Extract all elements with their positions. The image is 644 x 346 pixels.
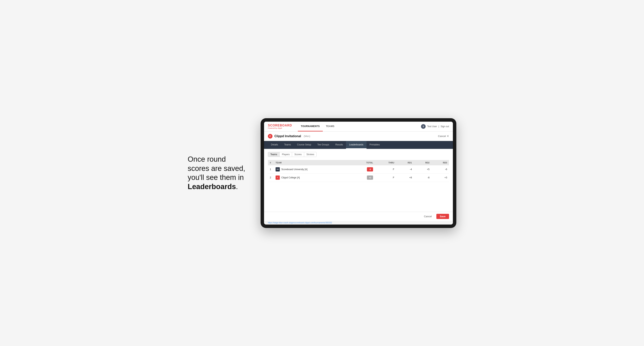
col-header-rd1: RD1: [396, 160, 414, 165]
toggle-strokes[interactable]: Strokes: [304, 152, 317, 157]
tab-results[interactable]: Results: [332, 141, 346, 149]
tournament-icon: C: [268, 134, 272, 139]
tablet-device: SCOREBOARD Powered by clippd TOURNAMENTS…: [260, 118, 456, 228]
rd1-1: -4: [396, 165, 414, 173]
team-logo-2: C: [276, 175, 280, 180]
rd1-2: +8: [396, 173, 414, 182]
total-1: -5: [352, 165, 375, 173]
top-nav: SCOREBOARD Powered by clippd TOURNAMENTS…: [264, 122, 453, 132]
cancel-header-button[interactable]: Cancel ✕: [438, 134, 449, 138]
team-cell-1: SU Scoreboard University [A]: [274, 165, 352, 173]
sub-nav: Details Teams Course Setup Tee Groups Re…: [264, 141, 453, 149]
logo-area: SCOREBOARD Powered by clippd: [268, 124, 292, 129]
thru-2: F: [375, 173, 396, 182]
user-name: Test User: [427, 125, 437, 128]
rd2-2: -8: [414, 173, 432, 182]
col-header-rd3: RD3: [432, 160, 449, 165]
close-icon: ✕: [446, 134, 449, 138]
footer: Cancel Save: [264, 212, 453, 221]
nav-tournaments[interactable]: TOURNAMENTS: [298, 122, 323, 132]
tab-printables[interactable]: Printables: [366, 141, 383, 149]
avatar: S: [421, 124, 426, 129]
rd2-1: +5: [414, 165, 432, 173]
description-text: Once round scores are saved, you'll see …: [188, 155, 245, 181]
view-toggle-group: Teams Players Scores Strokes: [268, 152, 317, 157]
table-row: 2 C Clippd College [A] +3 F: [268, 173, 449, 182]
tab-details[interactable]: Details: [268, 141, 281, 149]
logo-accent: SCORE: [268, 124, 280, 127]
url-display: https://stage-blue-coach.stagesscoreboar…: [268, 222, 332, 224]
status-bar: https://stage-blue-coach.stagesscoreboar…: [264, 221, 453, 224]
description-period: .: [236, 182, 238, 191]
powered-by: Powered by clippd: [268, 127, 292, 129]
col-header-rank: #: [268, 160, 274, 165]
col-header-rd2: RD2: [414, 160, 432, 165]
toggle-teams[interactable]: Teams: [268, 152, 280, 157]
tournament-title: C Clippd Invitational (Men): [268, 134, 310, 139]
logo: SCOREBOARD: [268, 124, 292, 127]
table-header-row: # TEAM TOTAL THRU RD1 RD2 RD3: [268, 160, 449, 165]
cancel-label: Cancel: [438, 135, 446, 138]
tab-course-setup[interactable]: Course Setup: [294, 141, 314, 149]
tab-tee-groups[interactable]: Tee Groups: [314, 141, 332, 149]
tournament-header: C Clippd Invitational (Men) Cancel ✕: [264, 132, 453, 141]
rank-2: 2: [268, 173, 274, 182]
rank-1: 1: [268, 165, 274, 173]
team-name-2: Clippd College [A]: [281, 176, 300, 179]
score-badge-2: +3: [367, 175, 373, 180]
description-bold: Leaderboards: [188, 182, 236, 191]
col-header-thru: THRU: [375, 160, 396, 165]
left-description: Once round scores are saved, you'll see …: [188, 155, 249, 191]
content-area: Teams Players Scores Strokes # TEAM TOTA…: [264, 149, 453, 185]
save-button[interactable]: Save: [436, 214, 449, 219]
tablet-screen: SCOREBOARD Powered by clippd TOURNAMENTS…: [264, 122, 453, 224]
spacer: [264, 185, 453, 212]
rd3-1: -6: [432, 165, 449, 173]
toggle-scores[interactable]: Scores: [292, 152, 304, 157]
nav-right: S Test User | Sign out: [421, 124, 449, 129]
team-cell-2: C Clippd College [A]: [274, 173, 352, 182]
tab-teams[interactable]: Teams: [281, 141, 294, 149]
team-name-1: Scoreboard University [A]: [281, 168, 308, 171]
col-header-team: TEAM: [274, 160, 352, 165]
team-logo-1: SU: [276, 167, 280, 172]
tournament-gender: (Men): [304, 135, 310, 138]
sign-out-link[interactable]: Sign out: [440, 125, 449, 128]
leaderboard-table: # TEAM TOTAL THRU RD1 RD2 RD3 1: [268, 160, 449, 182]
table-row: 1 SU Scoreboard University [A] -5 F: [268, 165, 449, 173]
col-header-total: TOTAL: [352, 160, 375, 165]
thru-1: F: [375, 165, 396, 173]
rd3-2: +3: [432, 173, 449, 182]
score-badge-1: -5: [367, 167, 373, 172]
logo-suffix: BOARD: [280, 124, 292, 127]
cancel-footer-button[interactable]: Cancel: [421, 214, 434, 219]
tab-leaderboards[interactable]: Leaderboards: [346, 141, 366, 149]
total-2: +3: [352, 173, 375, 182]
nav-teams[interactable]: TEAMS: [323, 122, 338, 132]
tournament-name: Clippd Invitational: [274, 135, 301, 138]
nav-links: TOURNAMENTS TEAMS: [298, 122, 421, 132]
toggle-players[interactable]: Players: [280, 152, 292, 157]
separator: |: [438, 125, 439, 128]
